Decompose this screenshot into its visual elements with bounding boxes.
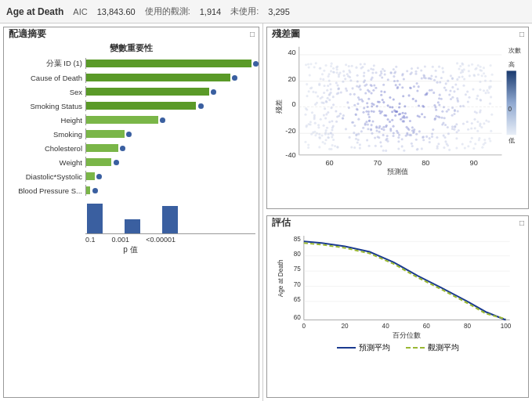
bar-row: Blood Pressure S... [7, 184, 255, 197]
svg-point-281 [463, 78, 465, 81]
svg-point-386 [335, 121, 338, 123]
svg-point-190 [324, 143, 326, 145]
svg-point-452 [438, 103, 440, 106]
svg-point-601 [416, 82, 418, 85]
svg-point-203 [402, 112, 404, 114]
bar-dot [96, 174, 102, 179]
svg-point-380 [476, 97, 478, 99]
svg-point-181 [335, 110, 337, 112]
svg-point-542 [394, 70, 396, 73]
svg-point-597 [459, 105, 461, 107]
svg-point-508 [355, 134, 357, 136]
bar-label: Weight [7, 158, 85, 167]
svg-point-306 [414, 70, 417, 73]
svg-point-116 [324, 117, 327, 119]
residuals-expand-icon[interactable]: □ [519, 30, 524, 38]
svg-point-569 [389, 121, 391, 123]
svg-point-259 [445, 82, 447, 85]
svg-point-491 [349, 93, 352, 96]
svg-point-502 [332, 103, 335, 106]
svg-point-480 [322, 78, 324, 81]
svg-point-473 [472, 89, 474, 91]
svg-point-72 [454, 84, 457, 86]
svg-point-497 [425, 135, 428, 138]
svg-point-453 [311, 111, 313, 114]
svg-point-135 [350, 146, 353, 148]
svg-point-607 [371, 77, 373, 79]
svg-point-395 [356, 74, 359, 77]
svg-point-374 [384, 73, 386, 75]
svg-point-239 [489, 140, 491, 143]
svg-point-548 [435, 70, 437, 72]
svg-point-319 [314, 134, 317, 136]
svg-point-233 [367, 123, 369, 125]
evaluation-chart: 85 80 75 70 65 60 0 20 40 60 80 100 [273, 231, 522, 341]
svg-point-400 [380, 90, 382, 92]
svg-point-250 [433, 104, 436, 107]
svg-point-231 [483, 143, 485, 146]
p-axis-001: 0.001 [112, 236, 130, 244]
svg-point-287 [461, 75, 464, 78]
bar-row: Diastolic*Systolic [7, 170, 255, 182]
svg-point-428 [406, 116, 408, 118]
svg-point-461 [485, 120, 487, 122]
evaluation-expand-icon[interactable]: □ [519, 219, 524, 227]
svg-point-176 [351, 65, 353, 67]
svg-point-200 [368, 145, 371, 147]
svg-point-469 [423, 116, 425, 118]
bar-row: Cause of Death [7, 71, 255, 84]
svg-point-178 [366, 102, 368, 104]
svg-point-327 [378, 125, 381, 128]
svg-point-520 [438, 97, 440, 99]
svg-point-610 [373, 64, 375, 67]
svg-point-290 [391, 110, 393, 113]
svg-point-276 [306, 125, 308, 128]
svg-text:-40: -40 [285, 151, 295, 159]
svg-point-612 [429, 137, 431, 139]
svg-point-349 [328, 79, 331, 81]
svg-point-600 [345, 63, 347, 66]
svg-point-442 [345, 88, 347, 90]
svg-point-215 [491, 74, 494, 76]
svg-point-495 [307, 146, 309, 149]
svg-point-180 [353, 125, 356, 127]
bar-label: Cholesterol [7, 144, 85, 153]
svg-rect-620 [507, 70, 516, 135]
svg-point-505 [336, 146, 338, 149]
svg-point-235 [393, 80, 396, 82]
svg-point-254 [409, 86, 411, 89]
svg-point-504 [364, 85, 366, 87]
svg-point-426 [449, 89, 451, 92]
bar-area [85, 86, 255, 97]
svg-point-227 [459, 65, 461, 67]
svg-point-307 [447, 109, 450, 111]
svg-point-339 [385, 139, 387, 141]
svg-point-511 [441, 67, 443, 70]
svg-point-255 [325, 129, 328, 132]
svg-point-71 [402, 73, 404, 75]
svg-point-292 [466, 121, 469, 123]
svg-point-143 [443, 86, 446, 89]
svg-point-333 [364, 79, 366, 81]
svg-point-285 [375, 71, 378, 74]
left-panel: 配適摘要 □ 變數重要性 分葉 ID (1)Cause of DeathSexS… [0, 23, 263, 401]
svg-point-353 [422, 74, 425, 77]
svg-point-126 [332, 96, 335, 98]
svg-point-427 [356, 103, 359, 105]
svg-point-485 [367, 110, 370, 113]
svg-point-476 [479, 123, 481, 125]
svg-point-262 [323, 125, 325, 127]
svg-point-465 [340, 91, 342, 93]
svg-point-211 [332, 67, 335, 70]
svg-point-541 [336, 68, 338, 70]
svg-point-355 [396, 110, 398, 113]
svg-point-53 [389, 96, 391, 99]
svg-point-492 [322, 141, 324, 143]
svg-point-605 [476, 121, 479, 123]
fit-summary-expand-icon[interactable]: □ [250, 30, 255, 38]
observed-label: 觀測平均 [428, 342, 459, 353]
svg-point-320 [320, 78, 322, 80]
svg-point-564 [425, 92, 428, 95]
svg-point-277 [462, 122, 465, 125]
observations-label: 使用的觀測: [145, 5, 190, 17]
